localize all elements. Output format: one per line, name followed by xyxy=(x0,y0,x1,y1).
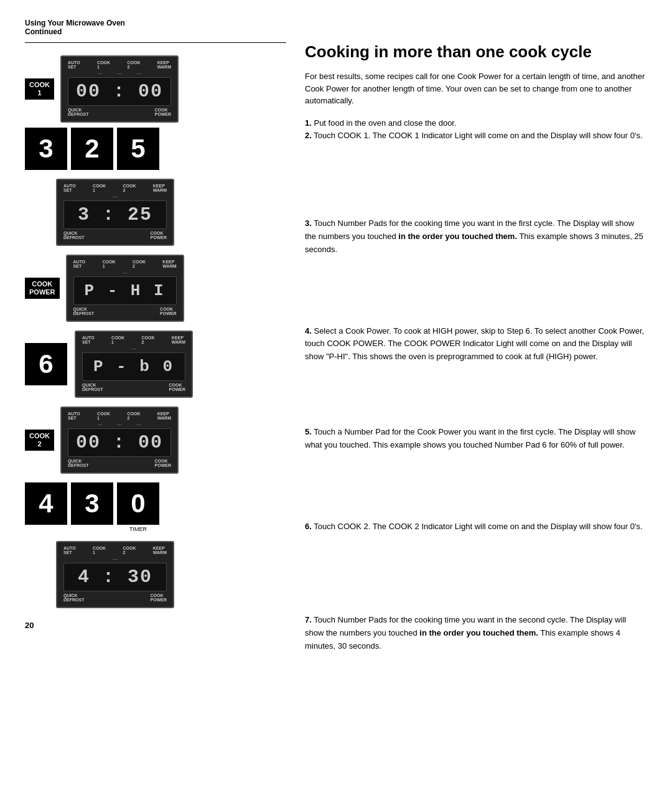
display-screen-1: 00 : 00 xyxy=(68,77,171,106)
display-panel-5: AUTOSET COOK1 COOK2 KEEPWARM — — — 00 : … xyxy=(60,407,179,474)
cook-power-button: COOKPOWER xyxy=(25,278,60,299)
display-top-labels-1: AUTOSET COOK1 COOK2 KEEPWARM xyxy=(68,60,171,69)
intro-text: For best results, some recipes call for … xyxy=(305,70,647,107)
big-nums-430: 4 3 0 TIMER xyxy=(25,482,286,532)
right-column: Cooking in more than one cook cycle For … xyxy=(305,42,647,653)
display-panel-3: AUTOSET COOK1 COOK2 KEEPWARM — P - H I Q… xyxy=(66,255,184,322)
display-panel-2-wrapper: AUTOSET COOK1 COOK2 KEEPWARM — 3 : 25 QU… xyxy=(56,179,286,246)
step4-block: 4. Select a Cook Power. To cook at HIGH … xyxy=(305,325,647,364)
display-screen-2: 3 : 25 xyxy=(63,200,167,229)
page-header: Using Your Microwave Oven Continued xyxy=(25,19,647,36)
big-num-4: 4 xyxy=(25,482,67,525)
display-panel-6: AUTOSET COOK1 COOK2 KEEPWARM — 4 : 30 QU… xyxy=(56,541,174,608)
step3-block: 3. Touch Number Pads for the cooking tim… xyxy=(305,217,647,256)
step7-block: 7. Touch Number Pads for the cooking tim… xyxy=(305,614,647,652)
cook1-button: COOK1 xyxy=(25,78,54,100)
display-panel-1: AUTOSET COOK1 COOK2 KEEPWARM — — — 00 : … xyxy=(60,55,179,123)
step3-text: 3. Touch Number Pads for the cooking tim… xyxy=(305,217,647,256)
big-num-6: 6 xyxy=(25,343,67,385)
big-nums-430-row: 4 3 0 TIMER xyxy=(25,482,286,532)
display-bottom-labels-1: QUICKDEFROST COOKPOWER xyxy=(68,108,171,116)
step2-text: 2. Touch COOK 1. The COOK 1 Indicator Li… xyxy=(305,129,647,143)
left-column: COOK1 AUTOSET COOK1 COOK2 KEEPWARM — — —… xyxy=(25,42,286,653)
display-panel-2: AUTOSET COOK1 COOK2 KEEPWARM — 3 : 25 QU… xyxy=(56,179,174,246)
display-panel-6-wrapper: AUTOSET COOK1 COOK2 KEEPWARM — 4 : 30 QU… xyxy=(56,541,286,608)
section-title: Cooking in more than one cook cycle xyxy=(305,42,647,62)
big-num-5: 5 xyxy=(117,128,159,170)
step6-block: 6. Touch COOK 2. The COOK 2 Indicator Li… xyxy=(305,520,647,534)
big-nums-325: 3 2 5 xyxy=(25,128,286,170)
header-line1: Using Your Microwave Oven xyxy=(25,19,647,27)
top-divider xyxy=(25,42,286,43)
indicators-row-1: — — — xyxy=(68,70,171,76)
step7-text: 7. Touch Number Pads for the cooking tim… xyxy=(305,614,647,652)
display-screen-6: 4 : 30 xyxy=(63,563,167,591)
big-num-0-wrapper: 0 TIMER xyxy=(117,482,159,532)
step6-row: COOK2 AUTOSET COOK1 COOK2 KEEPWARM — — —… xyxy=(25,407,286,474)
header-line2: Continued xyxy=(25,27,647,36)
big-num-0: 0 xyxy=(117,482,159,525)
step1-row: COOK1 AUTOSET COOK1 COOK2 KEEPWARM — — —… xyxy=(25,55,286,123)
step4-row: COOKPOWER AUTOSET COOK1 COOK2 KEEPWARM —… xyxy=(25,255,286,322)
big-num-2: 2 xyxy=(71,128,113,170)
step5-text: 5. Touch a Number Pad for the Cook Power… xyxy=(305,426,647,452)
step5-row: 6 AUTOSET COOK1 COOK2 KEEPWARM — P - b 0… xyxy=(25,331,286,398)
step5-block: 5. Touch a Number Pad for the Cook Power… xyxy=(305,426,647,452)
timer-label: TIMER xyxy=(129,526,147,532)
step1-text: 1. Put food in the oven and close the do… xyxy=(305,117,647,130)
step6-text: 6. Touch COOK 2. The COOK 2 Indicator Li… xyxy=(305,520,647,534)
display-panel-4: AUTOSET COOK1 COOK2 KEEPWARM — P - b 0 Q… xyxy=(75,331,193,398)
display-screen-5: 00 : 00 xyxy=(68,428,171,457)
cook2-button: COOK2 xyxy=(25,430,54,451)
big-num-3-2: 3 xyxy=(71,482,113,525)
display-screen-3: P - H I xyxy=(73,276,177,305)
big-num-3: 3 xyxy=(25,128,67,170)
display-screen-4: P - b 0 xyxy=(82,352,185,381)
page-number: 20 xyxy=(25,621,286,630)
steps-1-2: 1. Put food in the oven and close the do… xyxy=(305,117,647,143)
step4-text: 4. Select a Cook Power. To cook at HIGH … xyxy=(305,325,647,364)
